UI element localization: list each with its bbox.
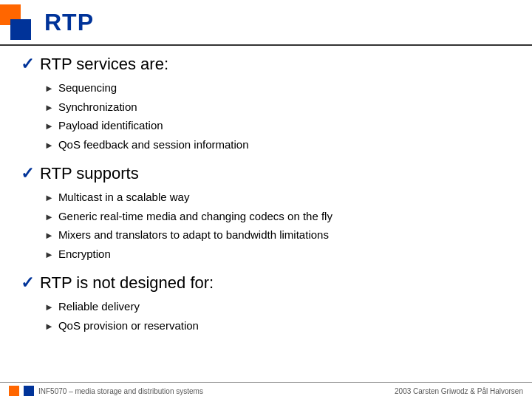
list-item: ► Mixers and translators to adapt to ban… xyxy=(44,225,511,245)
arrow-icon: ► xyxy=(44,299,54,316)
arrow-icon: ► xyxy=(44,228,54,244)
slide-header: RTP xyxy=(0,0,532,46)
bullet-list-1: ► Sequencing ► Synchronization ► Payload… xyxy=(21,78,511,154)
list-item: ► Sequencing xyxy=(44,78,511,98)
arrow-icon: ► xyxy=(44,209,54,225)
item-text: Encryption xyxy=(58,245,111,264)
section-heading-1: ✓ RTP services are: xyxy=(21,55,511,74)
item-text: QoS provision or reservation xyxy=(58,316,199,335)
item-text: Synchronization xyxy=(58,98,137,117)
arrow-icon: ► xyxy=(44,318,54,335)
arrow-icon: ► xyxy=(44,118,54,134)
list-item: ► QoS provision or reservation xyxy=(44,316,511,335)
slide-footer: INF5070 – media storage and distribution… xyxy=(0,382,532,399)
footer-logo-blue xyxy=(24,386,34,396)
item-text: QoS feedback and session information xyxy=(58,135,249,154)
section-title-1: RTP services are: xyxy=(40,55,168,74)
arrow-icon: ► xyxy=(44,137,54,154)
section-heading-3: ✓ RTP is not designed for: xyxy=(21,273,511,293)
arrow-icon: ► xyxy=(44,247,54,263)
footer-course: INF5070 – media storage and distribution… xyxy=(38,387,203,395)
footer-copyright: 2003 Carsten Griwodz & Pål Halvorsen xyxy=(395,387,523,395)
list-item: ► Generic real-time media and changing c… xyxy=(44,207,511,226)
list-item: ► QoS feedback and session information xyxy=(44,135,511,154)
list-item: ► Encryption xyxy=(44,245,511,264)
list-item: ► Synchronization xyxy=(44,98,511,117)
bullet-list-3: ► Reliable delivery ► QoS provision or r… xyxy=(21,297,511,335)
bullet-list-2: ► Multicast in a scalable way ► Generic … xyxy=(21,188,511,263)
list-item: ► Multicast in a scalable way xyxy=(44,188,511,207)
section-rtp-not-designed: ✓ RTP is not designed for: ► Reliable de… xyxy=(21,273,511,335)
item-text: Reliable delivery xyxy=(58,297,140,316)
item-text: Mixers and translators to adapt to bandw… xyxy=(58,225,329,245)
slide-content: ✓ RTP services are: ► Sequencing ► Synch… xyxy=(0,46,532,351)
arrow-icon: ► xyxy=(44,190,54,206)
check-icon-3: ✓ xyxy=(21,273,34,293)
footer-left: INF5070 – media storage and distribution… xyxy=(9,386,203,396)
section-rtp-services: ✓ RTP services are: ► Sequencing ► Synch… xyxy=(21,55,511,154)
slide-title: RTP xyxy=(44,9,94,36)
arrow-icon: ► xyxy=(44,100,54,116)
list-item: ► Payload identification xyxy=(44,116,511,135)
section-rtp-supports: ✓ RTP supports ► Multicast in a scalable… xyxy=(21,164,511,263)
section-title-3: RTP is not designed for: xyxy=(40,273,214,293)
logo-block xyxy=(0,4,38,40)
item-text: Multicast in a scalable way xyxy=(58,188,190,207)
arrow-icon: ► xyxy=(44,81,54,97)
item-text: Payload identification xyxy=(58,116,163,135)
item-text: Generic real-time media and changing cod… xyxy=(58,207,332,226)
logo-blue xyxy=(10,19,31,40)
section-title-2: RTP supports xyxy=(40,164,139,183)
section-heading-2: ✓ RTP supports xyxy=(21,164,511,183)
footer-logo-orange xyxy=(9,386,19,396)
check-icon-1: ✓ xyxy=(21,55,34,74)
check-icon-2: ✓ xyxy=(21,164,34,183)
list-item: ► Reliable delivery xyxy=(44,297,511,316)
item-text: Sequencing xyxy=(58,78,117,98)
